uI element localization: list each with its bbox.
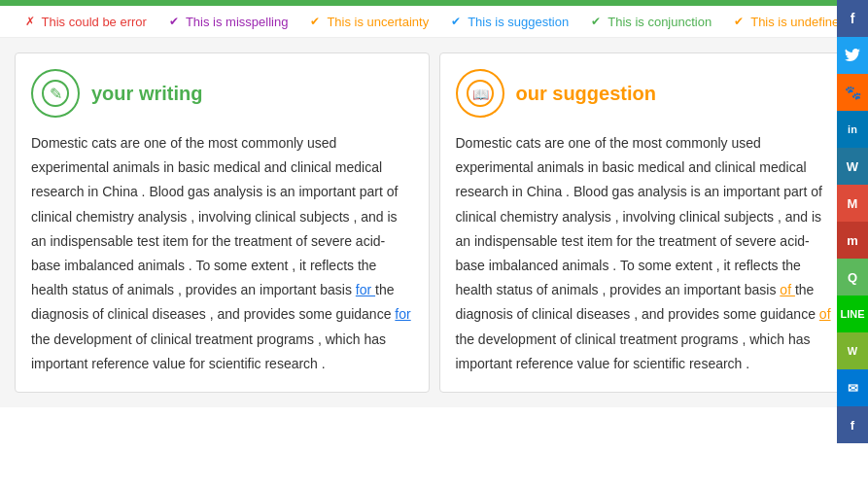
left-link-for-1[interactable]: for: [356, 282, 375, 297]
right-panel-text: Domestic cats are one of the most common…: [456, 131, 838, 376]
legend-item-undefined: ✔ This is undefined: [731, 14, 846, 29]
main-content: ✎ your writing Domestic cats are one of …: [0, 38, 868, 407]
social-wechat[interactable]: W: [837, 332, 868, 369]
right-link-of-2[interactable]: of: [819, 306, 831, 322]
legend-label-misspelling: This is misspelling: [186, 15, 288, 29]
left-panel-title: your writing: [91, 83, 202, 105]
right-panel-icon: 📖: [456, 69, 504, 118]
legend-item-suggestion: ✔ This is suggestion: [448, 14, 569, 29]
left-panel-text: Domestic cats are one of the most common…: [31, 131, 413, 376]
misspelling-icon: ✔: [166, 14, 182, 29]
social-bar: f 🐾 in W M m Q LINE W ✉ f: [837, 0, 868, 407]
social-wordpress[interactable]: W: [837, 148, 868, 185]
undefined-icon: ✔: [731, 14, 746, 29]
legend-label-undefined: This is undefined: [750, 15, 846, 29]
social-linkedin[interactable]: in: [837, 111, 868, 148]
legend-item-error: ✗ This could be error: [22, 14, 147, 29]
social-qq[interactable]: Q: [837, 259, 868, 296]
left-panel: ✎ your writing Domestic cats are one of …: [15, 52, 430, 393]
right-link-of-1[interactable]: of: [780, 282, 795, 297]
svg-text:📖: 📖: [471, 87, 489, 103]
legend-bar: ✗ This could be error ✔ This is misspell…: [0, 6, 868, 38]
legend-item-misspelling: ✔ This is misspelling: [166, 14, 288, 29]
legend-label-uncertainty: This is uncertainty: [327, 15, 429, 29]
error-icon: ✗: [22, 14, 38, 29]
conjunction-icon: ✔: [588, 14, 604, 29]
legend-item-conjunction: ✔ This is conjunction: [588, 14, 712, 29]
uncertainty-icon: ✔: [307, 14, 323, 29]
social-facebook2[interactable]: f: [837, 406, 868, 407]
legend-label-error: This could be error: [42, 15, 147, 29]
social-facebook[interactable]: f: [837, 0, 868, 37]
social-messenger[interactable]: ✉: [837, 369, 868, 406]
right-panel: 📖 our suggestion Domestic cats are one o…: [439, 52, 854, 393]
legend-label-conjunction: This is conjunction: [608, 15, 712, 29]
social-mx[interactable]: m: [837, 222, 868, 259]
social-line[interactable]: LINE: [837, 296, 868, 332]
left-panel-icon: ✎: [31, 69, 80, 118]
right-panel-header: 📖 our suggestion: [456, 69, 838, 118]
left-panel-header: ✎ your writing: [31, 69, 413, 118]
left-link-for-2[interactable]: for: [395, 306, 410, 322]
social-twitter[interactable]: [837, 37, 868, 74]
social-gmail[interactable]: M: [837, 185, 868, 222]
right-panel-title: our suggestion: [516, 83, 656, 105]
legend-label-suggestion: This is suggestion: [468, 15, 569, 29]
legend-item-uncertainty: ✔ This is uncertainty: [307, 14, 429, 29]
social-paw[interactable]: 🐾: [837, 74, 868, 111]
suggestion-icon: ✔: [448, 14, 464, 29]
svg-text:✎: ✎: [50, 86, 62, 102]
